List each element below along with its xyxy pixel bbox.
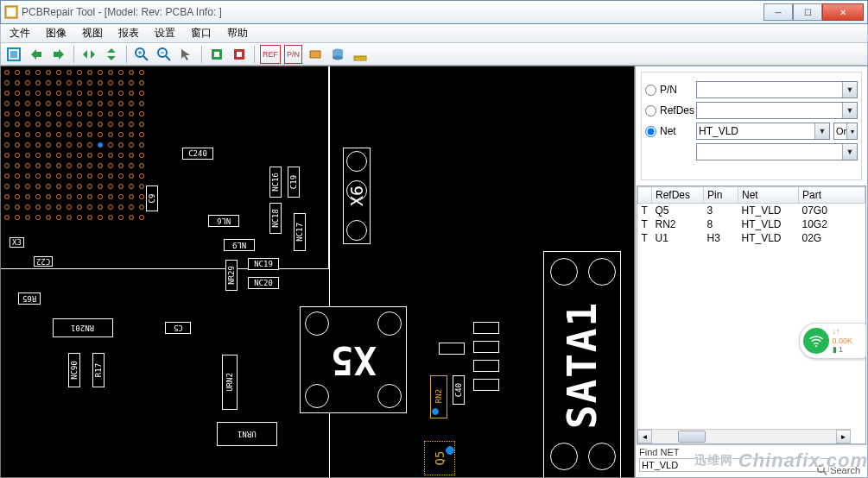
radio-net-input[interactable] <box>645 126 656 137</box>
net-label: Net <box>660 125 676 137</box>
or-label: Or <box>836 126 846 136</box>
col-net[interactable]: Net <box>738 187 799 204</box>
col-pin[interactable]: Pin <box>704 187 738 204</box>
database-icon[interactable] <box>328 45 347 64</box>
cell-net: HT_VLD <box>738 231 799 245</box>
chevron-down-icon[interactable]: ▼ <box>842 103 857 118</box>
col-t[interactable] <box>638 187 652 204</box>
comp-c9[interactable]: C9 <box>146 186 158 211</box>
col-refdes[interactable]: RefDes <box>652 187 704 204</box>
comp-nr29[interactable]: NR29 <box>225 260 238 291</box>
menu-report[interactable]: 报表 <box>111 24 146 42</box>
menu-view[interactable]: 视图 <box>75 24 110 42</box>
results-grid[interactable]: RefDes Pin Net Part TQ53HT_VLD07G0TRN28H… <box>637 186 866 444</box>
comp-x3[interactable]: X3 <box>10 237 24 248</box>
or-combo[interactable]: Or▾ <box>833 123 858 140</box>
rotate-right-icon[interactable] <box>49 45 68 64</box>
flip-h-icon[interactable] <box>79 45 98 64</box>
comp-c40[interactable]: C40 <box>453 375 465 405</box>
comp-c59[interactable] <box>473 341 499 353</box>
minimize-button[interactable]: ─ <box>763 3 793 21</box>
comp-c5[interactable]: C5 <box>165 322 191 334</box>
chevron-down-icon[interactable]: ▼ <box>814 123 829 139</box>
chevron-down-icon[interactable]: ▾ <box>846 123 857 139</box>
pn-combo[interactable]: ▼ <box>696 81 858 98</box>
table-row[interactable]: TRN28HT_VLD10G2 <box>638 217 865 231</box>
radio-refdes-input[interactable] <box>645 105 656 116</box>
radio-refdes[interactable]: RefDes <box>645 104 693 116</box>
layer-top-icon[interactable] <box>207 45 226 64</box>
net2-combo[interactable]: ▼ <box>696 143 858 160</box>
package-icon[interactable] <box>306 45 325 64</box>
radio-net[interactable]: Net <box>645 125 693 137</box>
find-value-box[interactable]: HT_VLD <box>639 458 829 472</box>
layer-bottom-icon[interactable] <box>230 45 249 64</box>
pad <box>588 258 616 286</box>
window-title: PCBRepair Tool - [Model: Rev: PCBA Info:… <box>22 6 763 18</box>
svg-marker-7 <box>91 50 95 59</box>
comp-nc19[interactable]: NC19 <box>248 258 279 270</box>
h-scrollbar[interactable]: ◄ ► <box>637 429 851 443</box>
comp-nc18[interactable]: NC18 <box>269 203 282 234</box>
scroll-left-icon[interactable]: ◄ <box>637 430 652 443</box>
svg-marker-8 <box>107 48 116 53</box>
comp-nc20[interactable]: NC20 <box>248 277 279 289</box>
table-row[interactable]: TQ53HT_VLD07G0 <box>638 204 865 218</box>
search-text: Search <box>830 465 860 475</box>
comp-c71[interactable] <box>473 360 499 372</box>
rotate-left-icon[interactable] <box>27 45 46 64</box>
net-combo[interactable]: HT_VLD▼ <box>696 123 830 140</box>
zoom-out-icon[interactable] <box>155 45 174 64</box>
chevron-down-icon[interactable]: ▼ <box>842 82 857 97</box>
comp-nl6[interactable]: NL6 <box>208 215 239 227</box>
menu-image[interactable]: 图像 <box>39 24 73 42</box>
comp-c19[interactable]: C19 <box>288 167 300 198</box>
comp-rn201[interactable]: RN201 <box>53 318 113 337</box>
comp-r65[interactable]: R65 <box>18 292 41 305</box>
measure-icon[interactable] <box>351 45 370 64</box>
cell-refdes: RN2 <box>652 217 704 231</box>
separator <box>201 46 202 63</box>
network-overlay[interactable]: ↓↑ 0.00K ▮ 1 <box>799 323 866 359</box>
menu-window[interactable]: 窗口 <box>184 24 219 42</box>
comp-c72[interactable] <box>473 379 499 391</box>
menu-settings[interactable]: 设置 <box>148 24 182 42</box>
pad <box>346 180 367 201</box>
separator <box>126 46 127 63</box>
flip-v-icon[interactable] <box>102 45 121 64</box>
close-button[interactable]: ✕ <box>822 3 864 21</box>
comp-nc17[interactable]: NC17 <box>294 213 306 251</box>
title-bar: PCBRepair Tool - [Model: Rev: PCBA Info:… <box>0 0 868 24</box>
fit-window-icon[interactable] <box>4 45 23 64</box>
radio-pn-input[interactable] <box>645 85 656 96</box>
scroll-right-icon[interactable]: ► <box>836 430 851 443</box>
table-row[interactable]: TU1H3HT_VLD02G <box>638 231 865 245</box>
cell-refdes: U1 <box>652 231 704 245</box>
svg-line-11 <box>143 56 148 60</box>
chevron-down-icon[interactable]: ▼ <box>842 144 857 160</box>
comp-c68[interactable] <box>473 322 499 334</box>
menu-help[interactable]: 帮助 <box>220 24 255 42</box>
comp-urn2[interactable]: URN2 <box>222 355 238 410</box>
refdes-combo[interactable]: ▼ <box>696 102 858 119</box>
pcb-canvas[interactable]: C240 NC16 C19 NC17 NC18 NL6 NL9 NR29 NC1… <box>0 66 635 478</box>
comp-c22[interactable]: C22 <box>34 256 53 267</box>
col-part[interactable]: Part <box>799 187 865 204</box>
comp-nl9[interactable]: NL9 <box>224 239 255 251</box>
comp-urn1[interactable]: URN1 <box>217 422 277 446</box>
select-icon[interactable] <box>177 45 196 64</box>
pn-badge-icon[interactable]: P/N <box>284 45 302 64</box>
comp-nc16[interactable]: NC16 <box>269 167 282 198</box>
comp-c240[interactable]: C240 <box>182 148 213 160</box>
menu-file[interactable]: 文件 <box>3 24 37 42</box>
comp-c41[interactable] <box>439 343 465 355</box>
maximize-button[interactable]: ☐ <box>793 3 822 21</box>
comp-nc90[interactable]: NC90 <box>68 353 80 387</box>
find-strip: Find NET HT_VLD Search <box>636 444 867 477</box>
radio-pn[interactable]: P/N <box>645 84 693 96</box>
search-link[interactable]: Search <box>817 465 860 475</box>
scroll-thumb[interactable] <box>678 431 706 443</box>
ref-badge-icon[interactable]: REF <box>260 45 281 64</box>
zoom-in-icon[interactable] <box>132 45 151 64</box>
comp-r17[interactable]: R17 <box>92 353 105 387</box>
